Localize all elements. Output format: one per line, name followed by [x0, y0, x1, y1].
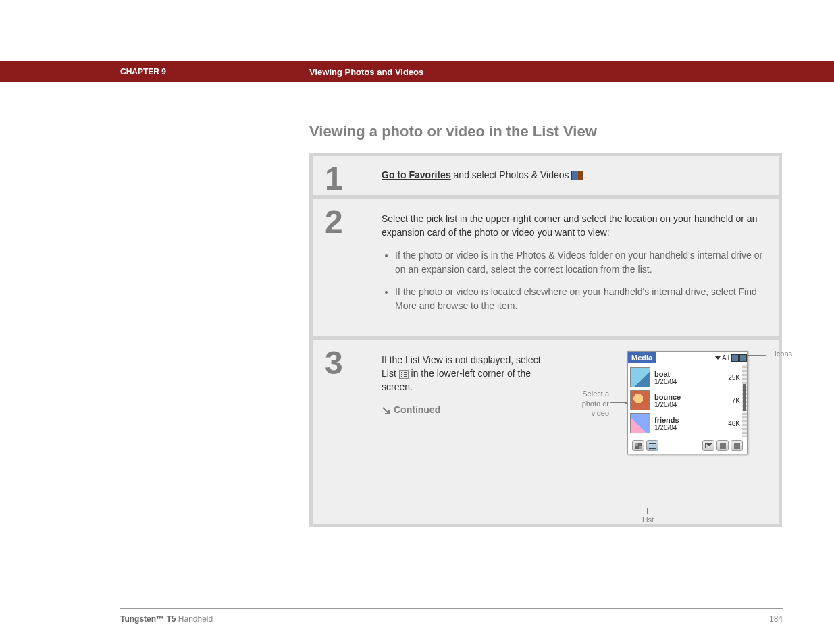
media-name: bounce [654, 393, 717, 401]
step-body: If the List View is not displayed, selec… [376, 340, 779, 524]
header-title: Viewing Photos and Videos [309, 67, 423, 77]
chapter-label: CHAPTER 9 [120, 67, 309, 76]
callout-select-photo: Select a photo or video [567, 389, 609, 418]
list-icon [399, 370, 409, 379]
callout-line [647, 508, 648, 514]
media-size: 46K [721, 420, 740, 427]
step-number-cell: 1 [313, 156, 376, 195]
bullet-item: If the photo or video is in the Photos &… [395, 248, 766, 277]
card-icon[interactable] [731, 354, 739, 362]
step-body: Select the pick list in the upper-right … [376, 199, 779, 336]
step1-period: . [583, 169, 586, 180]
product-strong: Tungsten™ T5 [120, 614, 176, 624]
step-2-lead: Select the pick list in the upper-right … [382, 213, 766, 239]
location-dropdown[interactable]: All [715, 354, 729, 362]
callout-line [610, 402, 627, 403]
section-title: Viewing a photo or video in the List Vie… [309, 123, 783, 140]
photos-videos-icon [571, 171, 583, 180]
media-info: boat 1/20/04 [654, 370, 717, 385]
step-1: 1 Go to Favorites and select Photos & Vi… [313, 156, 779, 195]
media-info: friends 1/20/04 [654, 416, 717, 431]
media-name: friends [654, 416, 717, 424]
bullet-item: If the photo or video is located elsewhe… [395, 285, 766, 313]
thumbnail-icon [635, 443, 642, 449]
media-size: 7K [721, 397, 740, 404]
step-number: 1 [325, 163, 376, 195]
scrollbar[interactable] [742, 364, 747, 437]
envelope-icon [705, 443, 712, 448]
step-2: 2 Select the pick list in the upper-righ… [313, 199, 779, 336]
step-number: 3 [325, 347, 376, 379]
step-number-cell: 2 [313, 199, 376, 336]
continued-label: Continued [382, 404, 557, 415]
device-header: Media All [628, 352, 747, 364]
page-number: 184 [769, 614, 783, 624]
step-3: 3 If the List View is not displayed, sel… [313, 340, 779, 524]
list-item[interactable]: boat 1/20/04 25K [630, 366, 747, 389]
product-name: Tungsten™ T5 Handheld [120, 614, 213, 624]
step-number-cell: 3 [313, 340, 376, 524]
callout-line [748, 355, 766, 356]
media-date: 1/20/04 [654, 424, 717, 431]
steps-container: 1 Go to Favorites and select Photos & Vi… [309, 153, 782, 527]
media-info: bounce 1/20/04 [654, 393, 717, 408]
list-view-button[interactable] [646, 440, 658, 451]
media-date: 1/20/04 [654, 378, 717, 385]
step-body: Go to Favorites and select Photos & Vide… [376, 156, 779, 195]
thumbnail [630, 413, 650, 433]
list-item[interactable]: bounce 1/20/04 7K [630, 389, 747, 412]
product-rest: Handheld [176, 614, 213, 624]
callout-icons: Icons [775, 350, 792, 358]
media-list: boat 1/20/04 25K bounce 1/20/04 [628, 364, 747, 437]
screenshot-area: Select a photo or video Icons Media All [571, 354, 766, 509]
list-icon [649, 443, 656, 449]
media-date: 1/20/04 [654, 401, 717, 408]
media-size: 25K [721, 374, 740, 381]
continued-arrow-icon [382, 406, 391, 416]
dropdown-triangle-icon [715, 356, 721, 360]
step-3-text: If the List View is not displayed, selec… [382, 354, 557, 394]
draw-icon [720, 443, 726, 449]
thumbnail [630, 390, 650, 410]
callout-list: List [642, 516, 654, 524]
slideshow-icon [734, 443, 740, 449]
top-icons [731, 354, 747, 362]
media-name: boat [654, 370, 717, 378]
device-icon[interactable] [739, 354, 747, 362]
send-button[interactable] [702, 440, 714, 451]
dropdown-value: All [722, 354, 729, 362]
scroll-thumb[interactable] [743, 384, 746, 411]
go-to-favorites-link[interactable]: Go to Favorites [382, 169, 451, 180]
draw-button[interactable] [716, 440, 729, 451]
thumbnail-view-button[interactable] [632, 440, 644, 451]
content-area: Viewing a photo or video in the List Vie… [0, 82, 783, 527]
step-2-bullets: If the photo or video is in the Photos &… [382, 248, 766, 313]
continued-text: Continued [394, 404, 440, 415]
list-item[interactable]: friends 1/20/04 46K [630, 412, 747, 435]
media-label: Media [628, 352, 656, 363]
step-number: 2 [325, 206, 376, 238]
step-1-text: Go to Favorites and select Photos & Vide… [382, 169, 766, 180]
footer: Tungsten™ T5 Handheld 184 [120, 608, 783, 624]
thumbnail [630, 367, 650, 387]
slideshow-button[interactable] [731, 440, 743, 451]
step-3-text-area: If the List View is not displayed, selec… [382, 354, 557, 509]
header-bar: CHAPTER 9 Viewing Photos and Videos [0, 61, 834, 82]
device-toolbar [628, 437, 747, 454]
device-screenshot: Media All [627, 351, 748, 454]
step1-after-link: and select Photos & Videos [451, 169, 572, 180]
